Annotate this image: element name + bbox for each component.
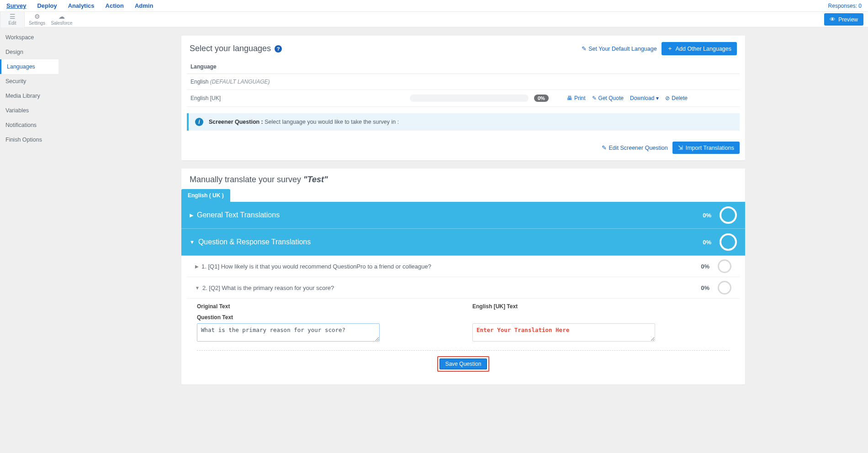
- sidenav-item-finish-options[interactable]: Finish Options: [0, 132, 58, 147]
- get-quote-label: Get Quote: [598, 95, 624, 101]
- eye-icon: 👁: [830, 16, 836, 23]
- default-language-name: English: [191, 79, 208, 85]
- manual-translate-panel: Manually translate your survey "Test" En…: [181, 169, 745, 385]
- toolbar-settings-label: Settings: [29, 21, 45, 26]
- caret-down-icon: ▼: [190, 239, 195, 245]
- translation-text-textarea[interactable]: [472, 323, 655, 342]
- get-quote-button[interactable]: ✎Get Quote: [592, 95, 624, 101]
- sidenav-item-variables[interactable]: Variables: [0, 103, 58, 118]
- import-icon: ⇲: [678, 144, 683, 151]
- progress-ring-small: [718, 259, 731, 273]
- tab-admin[interactable]: Admin: [135, 0, 153, 11]
- language-row-uk: English [UK] 0% 🖶Print ✎Get Quote Downlo…: [187, 90, 740, 107]
- tab-analytics[interactable]: Analytics: [68, 0, 95, 11]
- print-icon: 🖶: [567, 95, 572, 101]
- screener-text: Select language you would like to take t…: [265, 119, 399, 125]
- accordion-question-response[interactable]: ▼Question & Response Translations 0%: [181, 229, 745, 256]
- gear-icon: ⚙: [34, 13, 40, 20]
- manual-translate-title: Manually translate your survey "Test": [181, 169, 745, 189]
- set-default-language-button[interactable]: ✎ Set Your Default Language: [582, 45, 656, 52]
- tab-action[interactable]: Action: [106, 0, 124, 11]
- general-text-title: General Text Translations: [197, 211, 280, 219]
- progress-ring: [720, 206, 737, 224]
- tab-survey[interactable]: Survey: [6, 0, 26, 11]
- pencil-icon: ✎: [602, 144, 607, 151]
- toolbar-salesforce-label: Salesforce: [51, 21, 72, 26]
- progress-ring-small: [718, 281, 731, 295]
- select-languages-panel: Select your languages ? ✎ Set Your Defau…: [181, 36, 745, 160]
- select-languages-title: Select your languages ?: [190, 44, 282, 53]
- qr-percent: 0%: [703, 239, 711, 246]
- salesforce-icon: ☁: [58, 13, 65, 20]
- print-button[interactable]: 🖶Print: [567, 95, 586, 101]
- caret-right-icon: ▶: [195, 264, 199, 269]
- q1-label: 1. [Q1] How likely is it that you would …: [201, 263, 431, 270]
- print-label: Print: [574, 95, 586, 101]
- question-row-q2[interactable]: ▼ 2. [Q2] What is the primary reason for…: [187, 277, 740, 299]
- q1-percent: 0%: [701, 263, 709, 270]
- progress-percent-badge: 0%: [534, 95, 549, 102]
- info-icon: i: [195, 118, 203, 126]
- edit-screener-question-button[interactable]: ✎ Edit Screener Question: [602, 142, 667, 154]
- language-tab-english-uk[interactable]: English ( UK ): [181, 189, 230, 202]
- sidenav-item-languages[interactable]: Languages: [0, 59, 58, 74]
- language-column-header: Language: [187, 60, 740, 74]
- top-nav-tabs: Survey Deploy Analytics Action Admin: [6, 0, 153, 11]
- import-label: Import Translations: [686, 145, 734, 151]
- toolbar: ☰ Edit ⚙ Settings ☁ Salesforce 👁 Preview: [0, 12, 868, 27]
- download-button[interactable]: Download ▾: [630, 95, 659, 101]
- manual-title-prefix: Manually translate your survey: [190, 175, 303, 184]
- q2-percent: 0%: [701, 284, 709, 291]
- toolbar-salesforce[interactable]: ☁ Salesforce: [49, 12, 74, 27]
- delete-icon: ⊘: [665, 95, 670, 101]
- q2-label: 2. [Q2] What is the primary reason for y…: [202, 284, 334, 291]
- qr-text-title: Question & Response Translations: [198, 238, 311, 246]
- original-text-header: Original Text: [197, 303, 454, 310]
- delete-label: Delete: [672, 95, 688, 101]
- top-nav: Survey Deploy Analytics Action Admin Res…: [0, 0, 868, 12]
- import-translations-button[interactable]: ⇲ Import Translations: [672, 142, 740, 154]
- original-text-textarea[interactable]: [197, 323, 380, 342]
- add-other-label: Add Other Languages: [676, 46, 731, 52]
- language-row-default: English (DEFAULT LANGUAGE): [187, 74, 740, 90]
- question-body-q2: Original Text Question Text English [UK]…: [187, 299, 740, 380]
- toolbar-settings[interactable]: ⚙ Settings: [25, 12, 49, 27]
- save-question-button[interactable]: Save Question: [439, 358, 487, 369]
- edit-screener-label: Edit Screener Question: [609, 145, 667, 151]
- question-text-label: Question Text: [197, 314, 454, 321]
- preview-button[interactable]: 👁 Preview: [824, 13, 863, 26]
- screener-info-banner: i Screener Question : Select language yo…: [187, 113, 740, 131]
- progress-ring: [720, 233, 737, 251]
- preview-label: Preview: [838, 16, 858, 23]
- question-row-q1[interactable]: ▶ 1. [Q1] How likely is it that you woul…: [187, 256, 740, 277]
- delete-button[interactable]: ⊘Delete: [665, 95, 688, 101]
- download-label: Download: [630, 95, 654, 101]
- sidenav-item-media-library[interactable]: Media Library: [0, 89, 58, 103]
- caret-down-icon: ▼: [195, 285, 200, 290]
- plus-icon: ＋: [667, 45, 673, 53]
- accordion-general-text[interactable]: ▶General Text Translations 0%: [181, 202, 745, 229]
- toolbar-edit-label: Edit: [8, 21, 16, 26]
- sidenav-item-notifications[interactable]: Notifications: [0, 118, 58, 132]
- sidenav-item-security[interactable]: Security: [0, 74, 58, 89]
- screener-label: Screener Question :: [209, 119, 263, 125]
- set-default-label: Set Your Default Language: [588, 46, 656, 52]
- general-percent: 0%: [703, 212, 711, 219]
- edit-icon: ☰: [10, 13, 16, 20]
- sidenav-item-workspace[interactable]: Workspace: [0, 30, 58, 45]
- pencil-icon: ✎: [592, 95, 597, 101]
- default-language-note: (DEFAULT LANGUAGE): [210, 79, 270, 85]
- toolbar-edit[interactable]: ☰ Edit: [0, 12, 25, 27]
- select-languages-title-text: Select your languages: [190, 44, 271, 53]
- responses-count: Responses: 0: [828, 3, 862, 9]
- side-nav: Workspace Design Languages Security Medi…: [0, 27, 58, 453]
- language-name-uk: English [UK]: [191, 95, 410, 101]
- sidenav-item-design[interactable]: Design: [0, 45, 58, 59]
- help-icon[interactable]: ?: [275, 45, 282, 53]
- progress-bar: [410, 95, 529, 102]
- chevron-down-icon: ▾: [656, 95, 659, 101]
- save-question-highlight: Save Question: [437, 356, 490, 372]
- translation-text-header: English [UK] Text: [472, 303, 730, 310]
- tab-deploy[interactable]: Deploy: [37, 0, 57, 11]
- add-other-languages-button[interactable]: ＋ Add Other Languages: [662, 42, 737, 55]
